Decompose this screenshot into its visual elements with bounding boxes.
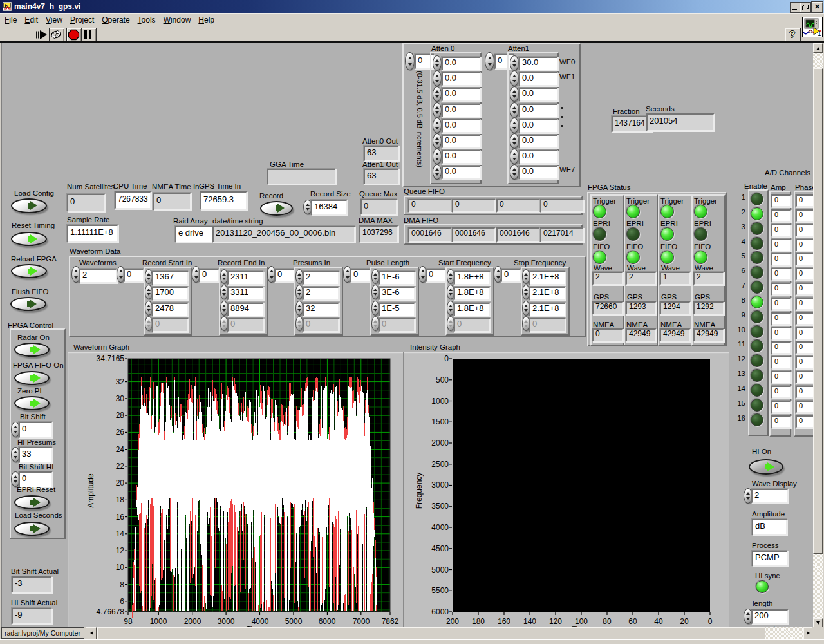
svg-text:8: 8 xyxy=(120,580,124,589)
svg-text:120: 120 xyxy=(549,617,562,626)
svg-text:22: 22 xyxy=(116,462,125,471)
svg-text:0: 0 xyxy=(708,617,713,626)
svg-text:12: 12 xyxy=(116,546,125,555)
svg-text:5000: 5000 xyxy=(285,617,303,626)
svg-text:3000: 3000 xyxy=(218,617,235,626)
svg-text:34.7165: 34.7165 xyxy=(97,354,125,363)
svg-text:4.76678: 4.76678 xyxy=(97,607,125,616)
svg-text:10: 10 xyxy=(116,563,125,572)
svg-text:1000: 1000 xyxy=(150,617,167,626)
svg-text:32: 32 xyxy=(116,377,125,386)
svg-text:1000: 1000 xyxy=(431,397,449,406)
svg-text:20: 20 xyxy=(680,617,689,626)
svg-text:5500: 5500 xyxy=(431,586,449,595)
svg-text:24: 24 xyxy=(116,445,125,454)
svg-text:30: 30 xyxy=(116,394,125,403)
svg-text:500: 500 xyxy=(436,375,449,384)
svg-text:3000: 3000 xyxy=(431,480,449,489)
svg-text:160: 160 xyxy=(498,617,510,626)
svg-text:16: 16 xyxy=(116,513,125,522)
svg-text:4000: 4000 xyxy=(431,523,449,532)
svg-text:98: 98 xyxy=(124,617,133,626)
svg-text:6000: 6000 xyxy=(431,607,449,616)
svg-text:28: 28 xyxy=(116,411,125,420)
svg-text:26: 26 xyxy=(116,428,125,437)
svg-text:14: 14 xyxy=(116,529,125,538)
svg-text:180: 180 xyxy=(472,617,485,626)
svg-text:6: 6 xyxy=(120,597,124,606)
svg-text:60: 60 xyxy=(628,617,637,626)
svg-text:40: 40 xyxy=(654,617,663,626)
svg-text:6000: 6000 xyxy=(319,617,336,626)
svg-text:1500: 1500 xyxy=(431,417,449,426)
svg-text:Frequency: Frequency xyxy=(415,473,424,509)
svg-text:200: 200 xyxy=(446,617,459,626)
svg-text:0: 0 xyxy=(444,354,449,363)
svg-text:2500: 2500 xyxy=(431,460,449,469)
svg-text:Amplitude: Amplitude xyxy=(86,473,95,508)
svg-text:7000: 7000 xyxy=(353,617,370,626)
svg-text:1: 1 xyxy=(818,30,821,37)
svg-text:2000: 2000 xyxy=(431,439,449,448)
svg-text:4500: 4500 xyxy=(431,544,449,553)
svg-text:140: 140 xyxy=(523,617,536,626)
svg-text:18: 18 xyxy=(116,495,125,504)
svg-text:7862: 7862 xyxy=(382,617,399,626)
svg-text:2000: 2000 xyxy=(184,617,201,626)
svg-text:3500: 3500 xyxy=(431,502,449,511)
svg-text:20: 20 xyxy=(116,478,125,488)
svg-text:5000: 5000 xyxy=(431,565,449,574)
svg-text:80: 80 xyxy=(603,617,612,626)
